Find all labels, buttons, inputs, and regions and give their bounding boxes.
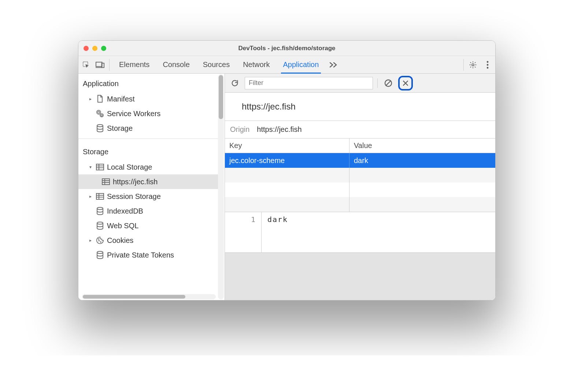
svg-point-4 [472,64,474,66]
sidebar-section-storage: Storage [78,142,218,160]
minimize-window-button[interactable] [92,46,97,51]
devtools-window: DevTools - jec.fish/demo/storage [78,40,496,300]
sidebar-section-application: Application [78,74,218,92]
cell-value[interactable]: dark [349,153,495,168]
settings-icon[interactable] [468,60,478,70]
panel-tabs: Elements Console Sources Network Applica… [78,56,495,74]
sidebar-item-label: Storage [107,124,218,133]
tab-console[interactable]: Console [156,56,196,73]
svg-point-11 [100,114,103,117]
document-icon [96,95,104,103]
sidebar-item-websql[interactable]: ▸ Web SQL [78,218,218,233]
svg-point-25 [97,207,103,210]
table-icon [102,178,110,186]
value-preview: 1 dark [225,212,495,252]
sidebar-item-service-workers[interactable]: ▸ Service Workers [78,106,218,121]
zoom-window-button[interactable] [101,46,106,51]
sidebar-item-label: Web SQL [107,222,218,230]
storage-table: Key Value jec.color-scheme dark [225,138,495,212]
table-icon [96,163,104,171]
svg-rect-1 [96,62,102,66]
application-sidebar: Application ▸ Manifest ▸ [78,74,218,300]
sidebar-item-label: Manifest [107,95,218,103]
sidebar-item-label: Local Storage [107,163,218,171]
gears-icon [96,110,104,118]
sidebar-item-storage[interactable]: ▸ Storage [78,121,218,136]
svg-point-30 [97,251,103,254]
origin-heading: https://jec.fish [225,93,495,121]
database-icon [96,222,104,230]
tab-sources[interactable]: Sources [196,56,236,73]
table-row-empty[interactable] [225,197,495,212]
scrollbar-thumb[interactable] [83,295,185,299]
tab-network[interactable]: Network [236,56,276,73]
svg-point-28 [100,242,101,243]
window-title: DevTools - jec.fish/demo/storage [78,45,495,52]
sidebar-horizontal-scrollbar[interactable] [82,294,216,299]
delete-selected-button[interactable] [398,76,413,90]
origin-row: Origin https://jec.fish [225,121,495,138]
titlebar: DevTools - jec.fish/demo/storage [78,41,495,56]
svg-point-10 [101,114,103,116]
svg-point-5 [487,61,489,63]
database-icon [96,124,104,132]
svg-point-9 [97,110,101,114]
origin-label: Origin [230,125,249,134]
svg-rect-21 [96,193,104,199]
sidebar-item-label: Private State Tokens [107,251,218,259]
close-window-button[interactable] [84,46,89,51]
table-icon [96,192,104,200]
cell-key[interactable]: jec.color-scheme [225,153,349,168]
svg-line-32 [386,81,391,86]
svg-rect-13 [96,164,104,170]
device-toolbar-icon[interactable] [95,60,105,70]
scrollbar-thumb[interactable] [219,75,223,119]
sidebar-item-cookies[interactable]: ▸ Cookies [78,233,218,248]
sidebar-item-label: Session Storage [107,192,218,201]
sidebar-vertical-scrollbar[interactable] [218,74,224,299]
svg-point-27 [99,240,99,241]
sidebar-item-manifest[interactable]: ▸ Manifest [78,92,218,106]
tab-elements[interactable]: Elements [112,56,156,73]
svg-point-8 [98,111,100,114]
panel-footer [225,252,495,300]
table-row-empty[interactable] [225,168,495,182]
sidebar-item-label: Service Workers [107,110,218,118]
sidebar-item-session-storage[interactable]: ▸ Session Storage [78,189,218,204]
preview-line-number: 1 [225,212,262,252]
more-tabs-button[interactable] [325,61,341,69]
sidebar-item-private-state-tokens[interactable]: ▸ Private State Tokens [78,248,218,262]
origin-value: https://jec.fish [257,125,301,134]
cookie-icon [96,236,104,244]
storage-toolbar [225,74,495,93]
svg-point-26 [97,222,103,224]
window-controls [84,46,106,51]
svg-point-12 [97,125,103,127]
inspect-element-icon[interactable] [81,60,91,70]
table-row-empty[interactable] [225,182,495,197]
sidebar-item-label: https://jec.fish [113,178,218,186]
sidebar-item-indexeddb[interactable]: ▸ IndexedDB [78,204,218,218]
kebab-menu-icon[interactable] [483,60,492,70]
sidebar-item-label: IndexedDB [107,207,218,215]
svg-point-7 [487,67,489,69]
preview-content: dark [262,212,294,252]
database-icon [96,207,104,215]
database-icon [96,251,104,259]
filter-input[interactable] [245,77,373,89]
sidebar-item-local-storage-origin[interactable]: https://jec.fish [78,174,218,189]
table-row[interactable]: jec.color-scheme dark [225,153,495,168]
sidebar-item-local-storage[interactable]: ▾ Local Storage [78,160,218,174]
svg-point-6 [487,64,489,66]
svg-rect-17 [102,179,110,185]
clear-all-button[interactable] [382,77,395,89]
column-header-value[interactable]: Value [349,138,495,153]
sidebar-item-label: Cookies [107,236,218,245]
svg-point-29 [98,238,99,239]
column-header-key[interactable]: Key [225,138,349,153]
refresh-button[interactable] [229,77,241,89]
storage-panel: https://jec.fish Origin https://jec.fish… [225,74,495,300]
tab-application[interactable]: Application [277,56,326,73]
